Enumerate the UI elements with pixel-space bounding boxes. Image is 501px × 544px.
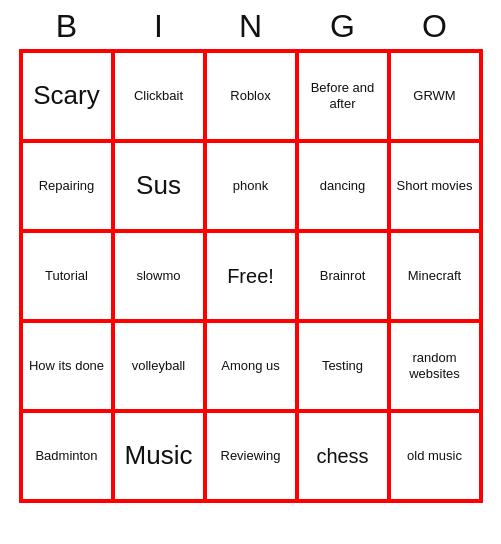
cell-0-0: Scary — [21, 51, 113, 141]
letter-n: N — [211, 8, 291, 45]
cell-3-2: Among us — [205, 321, 297, 411]
cell-2-0: Tutorial — [21, 231, 113, 321]
cell-1-2: phonk — [205, 141, 297, 231]
cell-0-3: Before and after — [297, 51, 389, 141]
cell-4-4: old music — [389, 411, 481, 501]
cell-2-3: Brainrot — [297, 231, 389, 321]
letter-i: I — [119, 8, 199, 45]
bingo-grid: ScaryClickbaitRobloxBefore and afterGRWM… — [19, 49, 483, 503]
letter-o: O — [395, 8, 475, 45]
cell-0-2: Roblox — [205, 51, 297, 141]
cell-0-1: Clickbait — [113, 51, 205, 141]
cell-2-4: Minecraft — [389, 231, 481, 321]
cell-4-3: chess — [297, 411, 389, 501]
cell-1-0: Repairing — [21, 141, 113, 231]
cell-3-4: random websites — [389, 321, 481, 411]
cell-4-0: Badminton — [21, 411, 113, 501]
cell-2-2: Free! — [205, 231, 297, 321]
cell-2-1: slowmo — [113, 231, 205, 321]
cell-3-1: volleyball — [113, 321, 205, 411]
cell-4-2: Reviewing — [205, 411, 297, 501]
cell-3-3: Testing — [297, 321, 389, 411]
cell-4-1: Music — [113, 411, 205, 501]
cell-3-0: How its done — [21, 321, 113, 411]
letter-b: B — [27, 8, 107, 45]
bingo-header: B I N G O — [21, 0, 481, 49]
cell-1-4: Short movies — [389, 141, 481, 231]
letter-g: G — [303, 8, 383, 45]
cell-0-4: GRWM — [389, 51, 481, 141]
cell-1-3: dancing — [297, 141, 389, 231]
cell-1-1: Sus — [113, 141, 205, 231]
